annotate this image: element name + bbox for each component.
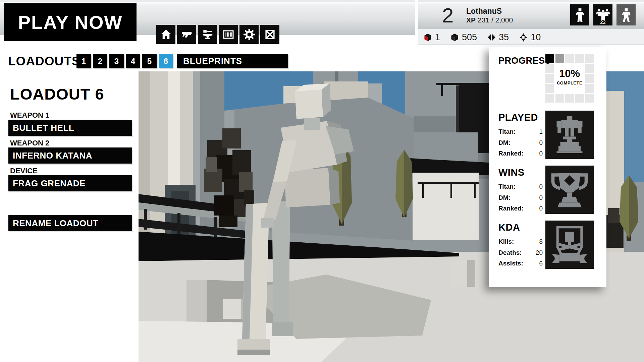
weapon1-label: WEAPON 1 [10, 111, 49, 120]
tab-loadout-6[interactable]: 6 [159, 54, 173, 68]
progress-cell [585, 64, 594, 73]
stat-value: 0 [539, 205, 543, 212]
weapon1-button[interactable]: BULLET HELL [8, 120, 132, 136]
progress-complete-label: COMPLETE [555, 80, 584, 85]
stat-label: DM: [498, 194, 511, 201]
stat-value: 0 [539, 194, 543, 201]
anvil-hammer-icon [201, 28, 214, 41]
currency-cube: 505 [450, 32, 477, 43]
red-cube-icon [423, 33, 432, 42]
progress-percent: 10% [555, 68, 584, 80]
played-title: PLAYED [498, 112, 538, 123]
stat-label: Ranked: [498, 150, 524, 157]
stat-value: 0 [539, 150, 543, 157]
home-icon [160, 28, 172, 41]
progress-cell [545, 84, 554, 93]
progress-cell [555, 94, 564, 103]
gem-icon [519, 33, 528, 42]
shard-icon [487, 33, 496, 42]
played-section: PLAYED Titan:1 DM:0 Ranked:0 [489, 111, 606, 159]
loadout-sidebar: LOADOUT 6 WEAPON 1 BULLET HELL WEAPON 2 … [0, 71, 139, 362]
progress-cell [575, 54, 584, 63]
xp-label: XP [466, 16, 476, 24]
stat-label: Titan: [498, 183, 516, 190]
forge-button[interactable] [198, 25, 217, 44]
xp-value: 231 / 2,000 [478, 16, 513, 24]
progress-cell [585, 84, 594, 93]
stat-label: DM: [498, 139, 511, 146]
tab-loadout-2[interactable]: 2 [93, 54, 107, 68]
crate-button[interactable] [260, 25, 279, 44]
player-username: LothanuS [466, 7, 502, 16]
progress-cell [545, 54, 554, 63]
kda-section: KDA Kills:8 Deaths:20 Assists:6 [489, 221, 606, 269]
stat-value: 0 [539, 139, 543, 146]
progress-title: PROGRESS [498, 56, 551, 66]
settings-button[interactable] [239, 25, 259, 44]
currency-row: 1 505 35 10 [423, 32, 541, 43]
progress-cell [585, 54, 594, 63]
kda-title: KDA [498, 222, 520, 233]
stat-value: 6 [539, 260, 543, 267]
trophy-icon [545, 166, 594, 214]
barcode-icon [222, 28, 235, 41]
wins-title: WINS [498, 167, 525, 178]
tab-loadout-1[interactable]: 1 [76, 54, 91, 68]
rename-loadout-button[interactable]: RENAME LOADOUT [8, 215, 132, 231]
progress-cell [545, 74, 554, 83]
player-level: 2 [442, 3, 453, 27]
tab-loadout-4[interactable]: 4 [126, 54, 140, 68]
stat-label: Kills: [498, 238, 514, 245]
weapons-button[interactable] [177, 25, 196, 44]
mech-statue-icon [545, 111, 594, 159]
device-button[interactable]: FRAG GRENADE [8, 175, 132, 191]
main-nav [156, 25, 279, 44]
loadout-tabs: 1 2 3 4 5 6 [76, 54, 173, 68]
crate-x-icon [264, 28, 276, 41]
play-now-button[interactable]: PLAY NOW [4, 3, 137, 41]
player-xp: XP231 / 2,000 [466, 16, 513, 24]
stat-label: Titan: [498, 128, 516, 135]
progress-center: 10% COMPLETE [555, 68, 584, 85]
currency-value: 10 [531, 32, 541, 43]
stat-label: Ranked: [498, 205, 524, 212]
squad-button[interactable]: 22 [593, 4, 612, 25]
stat-value: 20 [536, 249, 543, 256]
weapon2-label: WEAPON 2 [10, 139, 49, 147]
stat-value: 0 [539, 183, 543, 190]
stat-value: 1 [539, 128, 543, 135]
progress-cell [565, 54, 574, 63]
stats-panel: PROGRESS 10% COMPLETE PLAYED Titan:1 DM:… [489, 47, 606, 287]
home-button[interactable] [156, 25, 175, 44]
barcode-button[interactable] [219, 25, 238, 44]
gear-icon [243, 28, 256, 41]
squad-count: 22 [593, 19, 612, 25]
kda-emblem-icon [545, 221, 594, 269]
stat-label: Deaths: [498, 249, 522, 256]
pistol-icon [180, 28, 193, 41]
blueprints-button[interactable]: BLUEPRINTS [177, 54, 288, 68]
weapon2-button[interactable]: INFERNO KATANA [8, 147, 132, 164]
tab-loadout-5[interactable]: 5 [142, 54, 157, 68]
loadout-title: LOADOUT 6 [10, 85, 104, 103]
progress-cell [565, 94, 574, 103]
character-button[interactable] [570, 4, 589, 25]
currency-red-cube: 1 [423, 32, 440, 43]
currency-value: 505 [462, 32, 477, 43]
progress-cell [545, 94, 554, 103]
currency-gem: 10 [519, 32, 541, 43]
progress-cell [545, 64, 554, 73]
cube-icon [450, 33, 459, 42]
progress-cell [585, 94, 594, 103]
body-button[interactable] [616, 4, 636, 25]
progress-cell [575, 94, 584, 103]
character-icon [572, 6, 588, 24]
body-icon [619, 6, 634, 24]
currency-value: 1 [435, 32, 440, 43]
stat-label: Assists: [498, 260, 523, 267]
wins-section: WINS Titan:0 DM:0 Ranked:0 [489, 166, 606, 214]
stat-value: 8 [539, 238, 543, 245]
tab-loadout-3[interactable]: 3 [109, 54, 124, 68]
device-label: DEVICE [10, 167, 38, 175]
loadouts-title: LOADOUTS [8, 54, 80, 69]
